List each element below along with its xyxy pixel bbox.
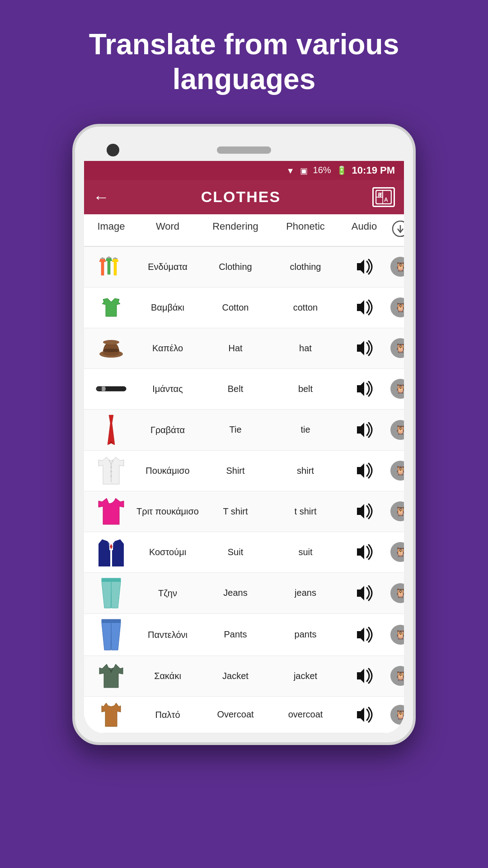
row-rendering: Pants (202, 629, 269, 640)
row-phonetic: clothing (269, 262, 342, 272)
row-word: Παντελόνι (134, 629, 202, 641)
row-word: Βαμβάκι (134, 302, 202, 313)
battery-icon: 🔋 (337, 165, 347, 175)
row-owl-button[interactable]: 🦉 (387, 338, 404, 358)
svg-rect-28 (102, 619, 121, 623)
camera (107, 144, 119, 156)
svg-point-20 (110, 466, 112, 468)
table-row: Βαμβάκι Cotton cotton 🦉 (84, 288, 404, 328)
row-audio[interactable] (342, 627, 387, 643)
phone-mockup: 16% 🔋 10:19 PM ← CLOTHES 图 A Image (72, 124, 416, 745)
table-row: Πουκάμισο Shirt shirt 🦉 (84, 451, 404, 491)
row-audio[interactable] (342, 299, 387, 316)
row-rendering: Overcoat (202, 709, 269, 720)
status-bar: 16% 🔋 10:19 PM (84, 161, 404, 180)
row-rendering: Jeans (202, 588, 269, 598)
row-phonetic: cotton (269, 302, 342, 313)
row-owl-button[interactable]: 🦉 (387, 625, 404, 645)
speaker (217, 146, 271, 154)
phone-top-bar (84, 136, 404, 161)
row-rendering: Shirt (202, 466, 269, 476)
row-owl-button[interactable]: 🦉 (387, 705, 404, 725)
back-button[interactable]: ← (93, 188, 109, 207)
row-phonetic: pants (269, 629, 342, 640)
row-word: Τριτ πουκάμισο (134, 505, 202, 517)
row-owl-button[interactable]: 🦉 (387, 666, 404, 686)
row-phonetic: jeans (269, 588, 342, 598)
row-owl-button[interactable]: 🦉 (387, 257, 404, 277)
table-row: Τριτ πουκάμισο T shirt t shirt 🦉 (84, 491, 404, 532)
row-audio[interactable] (342, 503, 387, 519)
col-word: Word (134, 221, 202, 240)
svg-text:图: 图 (378, 192, 383, 198)
table-row: Καπέλο Hat hat 🦉 (84, 328, 404, 369)
page-title: Translate from various languages (53, 27, 435, 97)
row-phonetic: tie (269, 425, 342, 435)
row-audio[interactable] (342, 668, 387, 684)
row-image (89, 337, 134, 359)
row-word: Ενδύματα (134, 261, 202, 273)
table-row: Τζην Jeans jeans 🦉 (84, 573, 404, 614)
row-audio[interactable] (342, 422, 387, 438)
row-word: Γραβάτα (134, 424, 202, 436)
row-rendering: T shirt (202, 506, 269, 517)
row-image (89, 414, 134, 446)
row-phonetic: suit (269, 547, 342, 557)
row-audio[interactable] (342, 259, 387, 275)
row-owl-button[interactable]: 🦉 (387, 379, 404, 399)
svg-point-16 (103, 387, 106, 390)
app-bar: ← CLOTHES 图 A (84, 180, 404, 214)
vocabulary-table: Image Word Rendering Phonetic Audio (84, 214, 404, 733)
row-audio[interactable] (342, 462, 387, 479)
battery-indicator: 16% (313, 165, 331, 175)
row-owl-button[interactable]: 🦉 (387, 501, 404, 521)
row-word: Πουκάμισο (134, 465, 202, 476)
row-phonetic: hat (269, 343, 342, 354)
row-rendering: Clothing (202, 262, 269, 272)
row-audio[interactable] (342, 381, 387, 397)
table-row: Ιμάντας Belt belt 🦉 (84, 369, 404, 410)
row-audio[interactable] (342, 585, 387, 601)
row-phonetic: overcoat (269, 709, 342, 720)
row-image (89, 537, 134, 567)
row-owl-button[interactable]: 🦉 (387, 461, 404, 481)
svg-rect-26 (102, 578, 121, 582)
row-word: Τζην (134, 587, 202, 599)
row-owl-button[interactable]: 🦉 (387, 542, 404, 562)
row-phonetic: shirt (269, 466, 342, 476)
row-phonetic: belt (269, 384, 342, 394)
row-image (89, 497, 134, 525)
row-owl-button[interactable]: 🦉 (387, 297, 404, 317)
title-line1: Translate from various (89, 28, 399, 61)
screen-title: CLOTHES (123, 188, 359, 206)
row-audio[interactable] (342, 707, 387, 723)
svg-point-11 (103, 340, 119, 344)
row-word: Παλτό (134, 709, 202, 721)
svg-text:A: A (384, 197, 388, 203)
row-word: Κοστούμι (134, 546, 202, 558)
svg-point-22 (110, 475, 112, 477)
row-owl-button[interactable]: 🦉 (387, 420, 404, 440)
row-rendering: Belt (202, 384, 269, 394)
row-audio[interactable] (342, 544, 387, 560)
row-image (89, 382, 134, 396)
row-word: Καπέλο (134, 342, 202, 354)
row-image (89, 618, 134, 651)
table-row: Παντελόνι Pants pants 🦉 (84, 614, 404, 656)
row-audio[interactable] (342, 340, 387, 356)
svg-point-21 (110, 471, 112, 472)
svg-marker-17 (108, 415, 115, 445)
table-row: Ενδύματα Clothing clothing 🦉 (84, 247, 404, 288)
col-phonetic: Phonetic (269, 221, 342, 240)
row-word: Ιμάντας (134, 383, 202, 395)
row-image (89, 255, 134, 278)
row-rendering: Tie (202, 425, 269, 435)
translate-button[interactable]: 图 A (372, 187, 395, 207)
row-word: Σακάκι (134, 670, 202, 682)
row-rendering: Suit (202, 547, 269, 557)
row-owl-button[interactable]: 🦉 (387, 583, 404, 603)
table-row: Σακάκι Jacket jacket 🦉 (84, 656, 404, 697)
row-image (89, 296, 134, 319)
row-phonetic: t shirt (269, 506, 342, 517)
row-rendering: Jacket (202, 671, 269, 681)
